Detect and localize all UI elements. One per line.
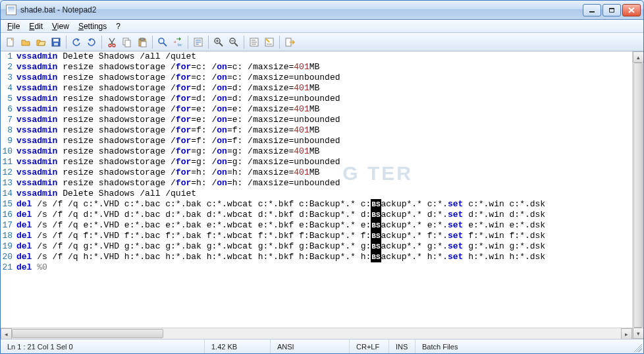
horizontal-scrollbar[interactable]: ◂ ▸ bbox=[1, 328, 632, 339]
code-line[interactable]: vssadmin resize shadowstorage /for=h: /o… bbox=[16, 167, 632, 178]
status-ovr[interactable]: INS bbox=[389, 339, 416, 353]
toolbar-separator bbox=[152, 36, 153, 49]
scheme-icon bbox=[249, 37, 259, 47]
code-line[interactable]: vssadmin resize shadowstorage /for=g: /o… bbox=[16, 146, 632, 157]
undo-icon bbox=[71, 37, 82, 47]
status-language[interactable]: Batch Files bbox=[416, 339, 631, 353]
new-icon bbox=[5, 37, 16, 47]
line-number: 15 bbox=[1, 199, 13, 210]
code-line[interactable]: vssadmin resize shadowstorage /for=f: /o… bbox=[16, 125, 632, 136]
svg-point-5 bbox=[113, 44, 115, 47]
menu-view[interactable]: View bbox=[47, 20, 74, 32]
save-button[interactable] bbox=[49, 35, 63, 49]
find-icon bbox=[157, 37, 168, 47]
status-position: Ln 1 : 21 Col 1 Sel 0 bbox=[1, 339, 205, 353]
exit-button[interactable] bbox=[282, 35, 297, 49]
code-line[interactable]: del %0 bbox=[16, 262, 632, 273]
scroll-right-icon[interactable]: ▸ bbox=[621, 328, 632, 339]
svg-rect-10 bbox=[141, 42, 146, 47]
vertical-scrollbar[interactable]: ▴ ▾ bbox=[632, 51, 643, 339]
scheme-button[interactable] bbox=[247, 35, 261, 49]
zoomout-button[interactable] bbox=[227, 35, 241, 49]
code-line[interactable]: vssadmin resize shadowstorage /for=c: /o… bbox=[16, 73, 632, 83]
code-line[interactable]: del /s /f /q d:*.VHD d:*.bac d:*.bak d:*… bbox=[16, 210, 632, 220]
status-eol[interactable]: CR+LF bbox=[350, 339, 389, 353]
line-number: 19 bbox=[1, 241, 13, 252]
code-line[interactable]: vssadmin resize shadowstorage /for=g: /o… bbox=[16, 157, 632, 167]
code-line[interactable]: vssadmin resize shadowstorage /for=d: /o… bbox=[16, 94, 632, 104]
hscroll-thumb[interactable] bbox=[12, 329, 163, 338]
wordwrap-icon bbox=[193, 37, 203, 47]
exit-icon bbox=[284, 37, 295, 47]
code-line[interactable]: del /s /f /q g:*.VHD g:*.bac g:*.bak g:*… bbox=[16, 241, 632, 252]
code-line[interactable]: vssadmin resize shadowstorage /for=f: /o… bbox=[16, 136, 632, 146]
line-number: 6 bbox=[1, 104, 13, 115]
line-number: 4 bbox=[1, 83, 13, 94]
status-filesize: 1.42 KB bbox=[205, 339, 271, 353]
maximize-button[interactable] bbox=[603, 4, 621, 16]
code-line[interactable]: vssadmin resize shadowstorage /for=c: /o… bbox=[16, 62, 632, 73]
cut-button[interactable] bbox=[105, 35, 119, 49]
line-number: 9 bbox=[1, 136, 13, 146]
code-line[interactable]: vssadmin resize shadowstorage /for=d: /o… bbox=[16, 83, 632, 94]
code-line[interactable]: vssadmin Delete Shadows /all /quiet bbox=[16, 189, 632, 199]
vscroll-track[interactable] bbox=[633, 63, 643, 328]
find-button[interactable] bbox=[155, 35, 170, 49]
copy-icon bbox=[122, 37, 132, 47]
line-number: 14 bbox=[1, 189, 13, 199]
menu-help[interactable]: ? bbox=[111, 20, 125, 32]
toolbar-separator bbox=[66, 36, 67, 49]
line-number: 17 bbox=[1, 220, 13, 231]
line-number: 12 bbox=[1, 167, 13, 178]
line-number: 1 bbox=[1, 51, 13, 62]
code-line[interactable]: del /s /f /q e:*.VHD e:*.bac e:*.bak e:*… bbox=[16, 220, 632, 231]
statusbar: Ln 1 : 21 Col 1 Sel 0 1.42 KB ANSI CR+LF… bbox=[1, 339, 643, 353]
copy-button[interactable] bbox=[120, 35, 134, 49]
close-button[interactable] bbox=[622, 4, 641, 16]
open-button[interactable] bbox=[18, 35, 33, 49]
svg-text:a: a bbox=[174, 39, 176, 44]
redo-button[interactable] bbox=[84, 35, 99, 49]
code-line[interactable]: vssadmin resize shadowstorage /for=e: /o… bbox=[16, 115, 632, 125]
wordwrap-button[interactable] bbox=[191, 35, 205, 49]
vscroll-thumb[interactable] bbox=[633, 63, 643, 328]
menu-settings[interactable]: Settings bbox=[74, 20, 111, 32]
code-line[interactable]: vssadmin Delete Shadows /all /quiet bbox=[16, 51, 632, 62]
code-line[interactable]: del /s /f /q h:*.VHD h:*.bac h:*.bak h:*… bbox=[16, 252, 632, 262]
minimize-icon bbox=[589, 11, 595, 13]
replace-button[interactable]: abc bbox=[171, 35, 185, 49]
resize-grip-icon[interactable] bbox=[631, 341, 642, 352]
replace-icon: abc bbox=[173, 37, 183, 47]
redo-icon bbox=[86, 37, 97, 47]
menu-edit[interactable]: Edit bbox=[24, 20, 47, 32]
paste-button[interactable] bbox=[135, 35, 149, 49]
menu-file[interactable]: File bbox=[3, 20, 24, 32]
text-editor[interactable]: 123456789101112131415161718192021 vssadm… bbox=[1, 51, 632, 328]
zoomout-icon bbox=[228, 37, 239, 47]
customize-button[interactable] bbox=[262, 35, 277, 49]
scroll-up-icon[interactable]: ▴ bbox=[633, 51, 643, 63]
undo-button[interactable] bbox=[69, 35, 84, 49]
code-line[interactable]: vssadmin resize shadowstorage /for=e: /o… bbox=[16, 104, 632, 115]
line-number-gutter: 123456789101112131415161718192021 bbox=[1, 51, 15, 328]
code-line[interactable]: vssadmin resize shadowstorage /for=h: /o… bbox=[16, 178, 632, 189]
menubar: File Edit View Settings ? bbox=[1, 20, 643, 33]
svg-rect-2 bbox=[53, 39, 59, 42]
toolbar-separator bbox=[188, 36, 188, 49]
status-encoding[interactable]: ANSI bbox=[271, 339, 350, 353]
new-button[interactable] bbox=[3, 35, 18, 49]
cut-icon bbox=[107, 37, 117, 47]
paste-icon bbox=[137, 37, 148, 47]
svg-text:bc: bc bbox=[178, 42, 182, 47]
svg-rect-9 bbox=[140, 38, 144, 40]
scroll-down-icon[interactable]: ▾ bbox=[633, 328, 643, 339]
hscroll-track[interactable] bbox=[12, 328, 621, 339]
close-icon bbox=[628, 7, 635, 13]
minimize-button[interactable] bbox=[583, 4, 601, 16]
code-line[interactable]: del /s /f /q c:*.VHD c:*.bac c:*.bak c:*… bbox=[16, 199, 632, 210]
zoomin-button[interactable] bbox=[211, 35, 226, 49]
code-line[interactable]: del /s /f /q f:*.VHD f:*.bac f:*.bak f:*… bbox=[16, 231, 632, 241]
scroll-left-icon[interactable]: ◂ bbox=[1, 328, 12, 339]
browse-button[interactable] bbox=[34, 35, 48, 49]
code-content[interactable]: vssadmin Delete Shadows /all /quietvssad… bbox=[15, 51, 632, 328]
